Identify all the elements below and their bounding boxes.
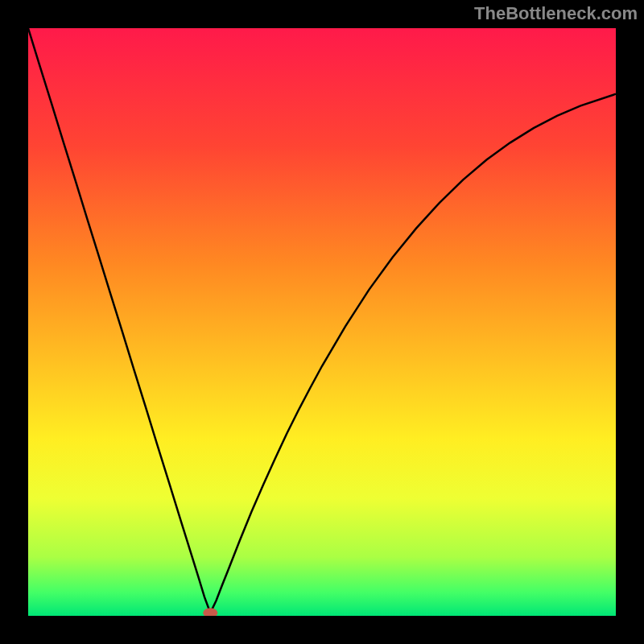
gradient-background [28, 28, 616, 616]
plot-area [28, 28, 616, 616]
bottleneck-chart [28, 28, 616, 616]
watermark-text: TheBottleneck.com [474, 3, 638, 24]
chart-container: TheBottleneck.com [0, 0, 644, 644]
